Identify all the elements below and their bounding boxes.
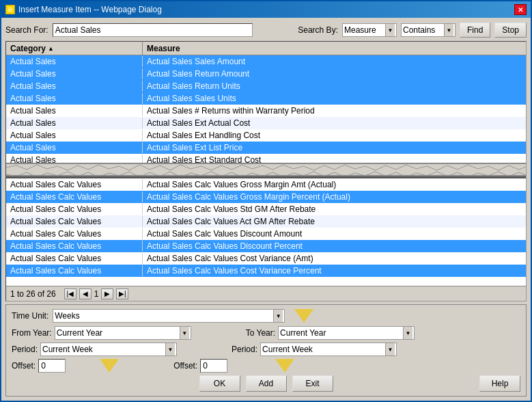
contains-value: Contains bbox=[403, 25, 444, 35]
find-button[interactable]: Find bbox=[460, 23, 490, 38]
from-offset-group: Offset: bbox=[12, 359, 66, 373]
cell-category: Actual Sales bbox=[6, 155, 143, 163]
bottom-section: Time Unit: Weeks ▼ From Year: Current Ye… bbox=[5, 304, 527, 397]
titlebar-left: ⊞ Insert Measure Item -- Webpage Dialog bbox=[5, 5, 162, 14]
time-unit-arrow: ▼ bbox=[273, 310, 283, 322]
cell-measure: Actual Sales Calc Values Act GM After Re… bbox=[143, 216, 526, 227]
pagination-bar: 1 to 26 of 26 |◀ ◀ 1 ▶ ▶| bbox=[6, 286, 526, 301]
table-row[interactable]: Actual Sales Actual Sales Ext Handling C… bbox=[6, 129, 526, 142]
from-period-label: Period: bbox=[12, 345, 38, 354]
window-title: Insert Measure Item -- Webpage Dialog bbox=[18, 5, 162, 14]
table-area: Category ▲ Measure Actual Sales Actual S… bbox=[5, 41, 527, 302]
contains-arrow: ▼ bbox=[444, 24, 453, 36]
bottom-table[interactable]: Actual Sales Calc Values Actual Sales Ca… bbox=[6, 176, 526, 286]
search-by-value: Measure bbox=[344, 25, 385, 35]
time-unit-value: Weeks bbox=[55, 311, 273, 321]
main-window: ⊞ Insert Measure Item -- Webpage Dialog … bbox=[0, 0, 532, 402]
table-row[interactable]: Actual Sales Calc Values Actual Sales Ca… bbox=[6, 252, 526, 265]
table-row[interactable]: Actual Sales Calc Values Actual Sales Ca… bbox=[6, 191, 526, 203]
to-arrow-indicator bbox=[275, 359, 294, 373]
from-year-dropdown[interactable]: Current Year ▼ bbox=[55, 326, 191, 340]
cell-measure: Actual Sales Ext Actual Cost bbox=[143, 118, 526, 129]
from-year-value: Current Year bbox=[57, 328, 180, 338]
exit-button[interactable]: Exit bbox=[292, 375, 333, 392]
from-year-group: From Year: Current Year ▼ bbox=[12, 326, 191, 340]
to-offset-group: Offset: bbox=[173, 359, 227, 373]
to-year-group: To Year: Current Year ▼ bbox=[246, 326, 415, 340]
last-page-button[interactable]: ▶| bbox=[116, 289, 128, 299]
prev-page-button[interactable]: ◀ bbox=[79, 289, 92, 299]
add-button[interactable]: Add bbox=[246, 375, 287, 392]
to-period-dropdown[interactable]: Current Week ▼ bbox=[260, 343, 397, 356]
cell-measure: Actual Sales Return Units bbox=[143, 81, 526, 92]
page-number: 1 bbox=[94, 289, 99, 299]
first-page-button[interactable]: |◀ bbox=[64, 289, 76, 299]
torn-divider bbox=[6, 163, 526, 176]
table-row[interactable]: Actual Sales Actual Sales # Returns with… bbox=[6, 105, 526, 117]
table-row[interactable]: Actual Sales Actual Sales Ext Standard C… bbox=[6, 154, 526, 163]
table-row[interactable]: Actual Sales Calc Values Actual Sales Ca… bbox=[6, 203, 526, 215]
close-button[interactable]: ✕ bbox=[514, 4, 527, 15]
search-by-arrow: ▼ bbox=[385, 24, 395, 36]
cell-measure: Actual Sales Calc Values Cost Variance (… bbox=[143, 253, 526, 264]
cell-category: Actual Sales bbox=[6, 56, 143, 67]
year-row: From Year: Current Year ▼ To Year: Curre… bbox=[12, 326, 520, 340]
from-offset-label: Offset: bbox=[12, 361, 36, 371]
to-year-label: To Year: bbox=[246, 328, 275, 338]
time-arrow-indicator bbox=[294, 309, 313, 323]
time-unit-row: Time Unit: Weeks ▼ bbox=[12, 309, 520, 323]
cell-measure: Actual Sales Ext Standard Cost bbox=[143, 155, 526, 163]
to-offset-input[interactable] bbox=[200, 359, 227, 373]
cell-measure: Actual Sales Sales Amount bbox=[143, 56, 526, 67]
help-button[interactable]: Help bbox=[479, 375, 520, 392]
table-row[interactable]: Actual Sales Actual Sales Ext Actual Cos… bbox=[6, 117, 526, 129]
cell-measure: Actual Sales Calc Values Gross Margin Am… bbox=[143, 179, 526, 190]
search-bar: Search For: Search By: Measure ▼ Contain… bbox=[5, 22, 527, 38]
table-row[interactable]: Actual Sales Calc Values Actual Sales Ca… bbox=[6, 178, 526, 191]
contains-dropdown[interactable]: Contains ▼ bbox=[401, 23, 456, 37]
cell-measure: Actual Sales Sales Units bbox=[143, 93, 526, 104]
cell-category: Actual Sales Calc Values bbox=[6, 253, 143, 264]
stop-button[interactable]: Stop bbox=[494, 23, 527, 38]
from-period-group: Period: Current Week ▼ bbox=[12, 343, 177, 356]
offset-row: Offset: Offset: bbox=[12, 359, 520, 373]
cell-category: Actual Sales Calc Values bbox=[6, 179, 143, 190]
from-arrow-indicator bbox=[100, 359, 119, 373]
time-unit-dropdown[interactable]: Weeks ▼ bbox=[53, 309, 285, 323]
sort-arrow: ▲ bbox=[48, 45, 54, 52]
to-period-group: Period: Current Week ▼ bbox=[232, 343, 397, 356]
table-row[interactable]: Actual Sales Calc Values Actual Sales Ca… bbox=[6, 215, 526, 228]
cell-category: Actual Sales Calc Values bbox=[6, 204, 143, 215]
to-period-label: Period: bbox=[232, 345, 257, 354]
cell-category: Actual Sales bbox=[6, 81, 143, 92]
search-by-dropdown[interactable]: Measure ▼ bbox=[342, 23, 397, 37]
cell-category: Actual Sales bbox=[6, 93, 143, 104]
to-period-value: Current Week bbox=[262, 345, 385, 354]
next-page-button[interactable]: ▶ bbox=[101, 289, 113, 299]
top-table[interactable]: Actual Sales Actual Sales Sales Amount A… bbox=[6, 55, 526, 163]
pagination-text: 1 to 26 of 26 bbox=[10, 289, 56, 299]
table-row[interactable]: Actual Sales Actual Sales Return Amount bbox=[6, 68, 526, 80]
table-row[interactable]: Actual Sales Calc Values Actual Sales Ca… bbox=[6, 265, 526, 277]
table-row[interactable]: Actual Sales Calc Values Actual Sales Ca… bbox=[6, 228, 526, 240]
cell-measure: Actual Sales Ext Handling Cost bbox=[143, 130, 526, 141]
table-row[interactable]: Actual Sales Actual Sales Ext List Price bbox=[6, 142, 526, 154]
to-year-dropdown[interactable]: Current Year ▼ bbox=[278, 326, 415, 340]
category-column-header: Category ▲ bbox=[6, 42, 143, 55]
ok-button[interactable]: OK bbox=[199, 375, 240, 392]
cell-measure: Actual Sales Return Amount bbox=[143, 68, 526, 79]
search-for-label: Search For: bbox=[5, 25, 48, 35]
from-period-dropdown[interactable]: Current Week ▼ bbox=[40, 343, 177, 356]
cell-category: Actual Sales bbox=[6, 118, 143, 129]
table-row[interactable]: Actual Sales Calc Values Actual Sales Ca… bbox=[6, 240, 526, 252]
cell-category: Actual Sales Calc Values bbox=[6, 228, 143, 239]
cell-category: Actual Sales Calc Values bbox=[6, 241, 143, 252]
from-year-label: From Year: bbox=[12, 328, 52, 338]
to-period-arrow: ▼ bbox=[385, 343, 395, 356]
cell-category: Actual Sales bbox=[6, 130, 143, 141]
table-row[interactable]: Actual Sales Actual Sales Return Units bbox=[6, 80, 526, 92]
search-input[interactable] bbox=[53, 23, 253, 37]
table-row[interactable]: Actual Sales Actual Sales Sales Units bbox=[6, 92, 526, 105]
from-offset-input[interactable] bbox=[38, 359, 66, 373]
table-row[interactable]: Actual Sales Actual Sales Sales Amount bbox=[6, 55, 526, 68]
